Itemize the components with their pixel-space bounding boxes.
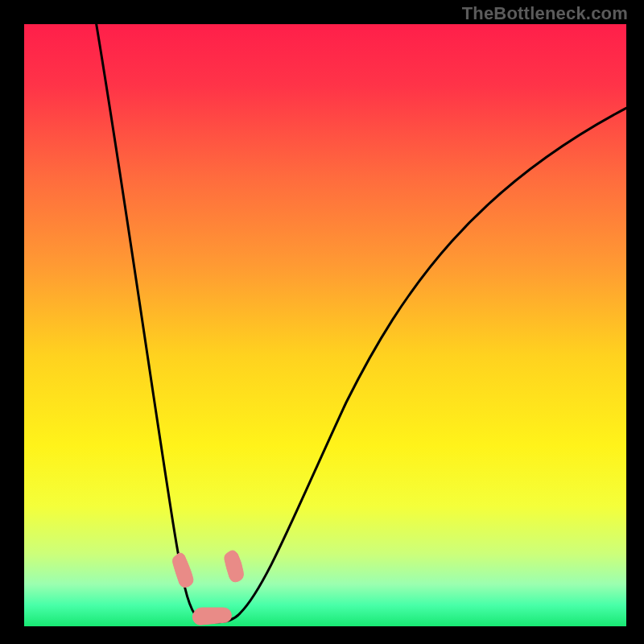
outer-frame: TheBottleneck.com	[0, 0, 644, 644]
plot-area	[24, 24, 626, 626]
highlight-marker-0	[173, 553, 193, 587]
marker-group	[173, 551, 244, 625]
highlight-marker-1	[225, 551, 244, 582]
watermark-text: TheBottleneck.com	[462, 3, 628, 24]
bottleneck-curve-left	[95, 24, 216, 622]
curve-layer	[24, 24, 626, 626]
highlight-marker-2	[192, 608, 231, 625]
bottleneck-curve-right	[216, 103, 626, 622]
